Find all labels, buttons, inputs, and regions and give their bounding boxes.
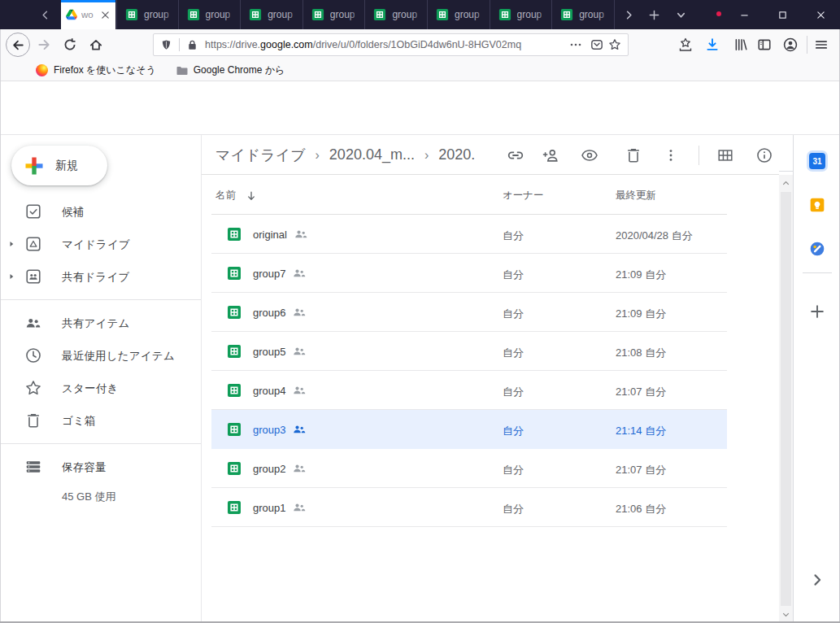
file-row-group3[interactable]: group3自分21:14 自分: [211, 410, 727, 449]
storage-used-label: 45 GB 使用: [62, 490, 201, 504]
reload-button[interactable]: [63, 37, 77, 52]
breadcrumb-my-drive[interactable]: マイドライブ: [215, 146, 306, 165]
account-icon[interactable]: [783, 37, 798, 52]
pocket-icon[interactable]: [590, 38, 603, 51]
sidebar-toggle-icon[interactable]: [757, 37, 772, 52]
file-owner: 自分: [503, 229, 524, 243]
more-actions-icon[interactable]: [663, 146, 679, 164]
window-minimize-button[interactable]: [726, 0, 762, 29]
get-link-icon[interactable]: [507, 146, 524, 164]
home-button[interactable]: [89, 37, 103, 52]
sheets-icon: [311, 8, 324, 21]
notification-dot: [716, 11, 721, 16]
window-edge: [0, 29, 1, 623]
browser-tab[interactable]: group: [490, 0, 553, 29]
sidebar-item[interactable]: 候補: [0, 195, 201, 228]
tab-scroll-left-button[interactable]: [34, 0, 55, 29]
browser-tab[interactable]: group: [303, 0, 366, 29]
shared-people-icon: [293, 425, 307, 434]
sidebar-item[interactable]: 最近使用したアイテム: [0, 339, 201, 372]
file-row-group1[interactable]: group1自分21:06 自分: [211, 488, 727, 527]
sidebar-item[interactable]: マイドライブ: [0, 228, 201, 260]
file-row-group2[interactable]: group2自分21:07 自分: [211, 449, 727, 488]
url-bar[interactable]: https://drive.google.com/drive/u/0/folde…: [153, 33, 629, 56]
shared-people-icon: [293, 503, 307, 512]
back-button[interactable]: [6, 33, 30, 57]
file-row-group5[interactable]: group5自分21:08 自分: [211, 332, 727, 371]
sheets-icon: [227, 227, 242, 242]
delete-trash-icon[interactable]: [625, 146, 642, 164]
window-close-button[interactable]: [803, 0, 838, 29]
bookmark-label: Google Chrome から: [194, 63, 285, 77]
file-row-group4[interactable]: group4自分21:07 自分: [211, 371, 727, 410]
file-row-group6[interactable]: group6自分21:09 自分: [211, 293, 727, 332]
url-domain: google.com: [260, 39, 313, 50]
forward-button[interactable]: [37, 37, 51, 52]
sidebar-item[interactable]: スター付き: [0, 372, 201, 404]
drive-header: ドライブ ECCS2016 Information Technology Cen…: [0, 81, 840, 135]
bookmark-item[interactable]: Google Chrome から: [176, 63, 285, 77]
new-button[interactable]: 新規: [11, 146, 107, 185]
bookmark-item[interactable]: Firefox を使いこなそう: [36, 63, 156, 77]
file-row-group7[interactable]: group7自分21:09 自分: [211, 254, 727, 293]
maximize-icon: [777, 10, 788, 20]
drive-content: マイドライブ › 2020.04_m... › 2020. 名前 オーナー 最終…: [201, 135, 779, 623]
downloads-icon[interactable]: [705, 37, 720, 52]
grid-view-icon[interactable]: [716, 146, 734, 164]
tab-scroll-right-button[interactable]: [618, 0, 639, 29]
drive-favicon: [66, 9, 77, 20]
lock-icon[interactable]: [186, 39, 198, 51]
column-header-name[interactable]: 名前: [215, 189, 257, 203]
sidebar-item[interactable]: 保存容量: [0, 451, 201, 483]
browser-tab[interactable]: group: [116, 0, 179, 29]
breadcrumb-folder-1[interactable]: 2020.04_m...: [329, 146, 415, 163]
browser-tab[interactable]: group: [241, 0, 303, 29]
menu-hamburger-icon[interactable]: [814, 37, 829, 52]
calendar-icon[interactable]: 31: [809, 153, 825, 169]
file-modified: 21:06 自分: [616, 502, 666, 516]
page-actions-icon[interactable]: [569, 38, 582, 51]
column-header-modified[interactable]: 最終更新: [616, 189, 656, 203]
add-addon-plus-icon[interactable]: [809, 303, 825, 320]
scroll-down-arrow-icon[interactable]: [780, 608, 792, 621]
sidebar-item[interactable]: 共有ドライブ: [0, 260, 201, 293]
file-name: group7: [253, 268, 285, 280]
scrollbar-thumb[interactable]: [781, 192, 791, 606]
sort-descending-icon[interactable]: [246, 190, 257, 202]
sidebar-item[interactable]: 共有アイテム: [0, 307, 201, 339]
browser-tab[interactable]: group: [365, 0, 428, 29]
browser-tab[interactable]: group: [428, 0, 490, 29]
sidebar-item[interactable]: ゴミ箱: [0, 404, 201, 437]
share-person-add-icon[interactable]: [542, 146, 559, 164]
column-header-owner[interactable]: オーナー: [503, 189, 544, 203]
file-row-original[interactable]: original自分2020/04/28 自分: [211, 215, 727, 254]
expand-caret-icon[interactable]: [7, 272, 16, 281]
close-tab-icon[interactable]: [100, 10, 111, 20]
bookmark-star-icon[interactable]: [608, 38, 621, 51]
scrollbar-track[interactable]: [779, 175, 793, 623]
browser-tab[interactable]: group: [179, 0, 242, 29]
new-tab-button[interactable]: [642, 0, 665, 29]
breadcrumb-folder-2[interactable]: 2020.: [438, 146, 475, 163]
file-modified: 21:09 自分: [616, 307, 666, 321]
preview-eye-icon[interactable]: [581, 146, 598, 164]
tab-list-dropdown-button[interactable]: [670, 0, 691, 29]
expand-caret-icon[interactable]: [7, 239, 16, 249]
scroll-up-arrow-icon[interactable]: [780, 177, 792, 190]
sidebar-item-label: 保存容量: [62, 460, 107, 475]
library-icon[interactable]: [733, 37, 748, 52]
tasks-icon[interactable]: [809, 241, 825, 257]
tracking-shield-icon[interactable]: [160, 39, 172, 51]
shared-people-icon: [293, 307, 307, 317]
active-tab[interactable]: wo: [61, 0, 115, 29]
collapse-panel-chevron-icon[interactable]: [809, 572, 825, 588]
save-to-bookmarks-icon[interactable]: [678, 37, 693, 52]
divider: [807, 36, 807, 54]
info-icon[interactable]: [755, 146, 773, 164]
keep-icon[interactable]: [809, 197, 825, 213]
file-name: group5: [253, 346, 285, 358]
window-maximize-button[interactable]: [764, 0, 800, 29]
vertical-scrollbar[interactable]: [779, 135, 793, 623]
browser-tab[interactable]: group: [552, 0, 615, 29]
shared-people-icon: [293, 346, 307, 356]
